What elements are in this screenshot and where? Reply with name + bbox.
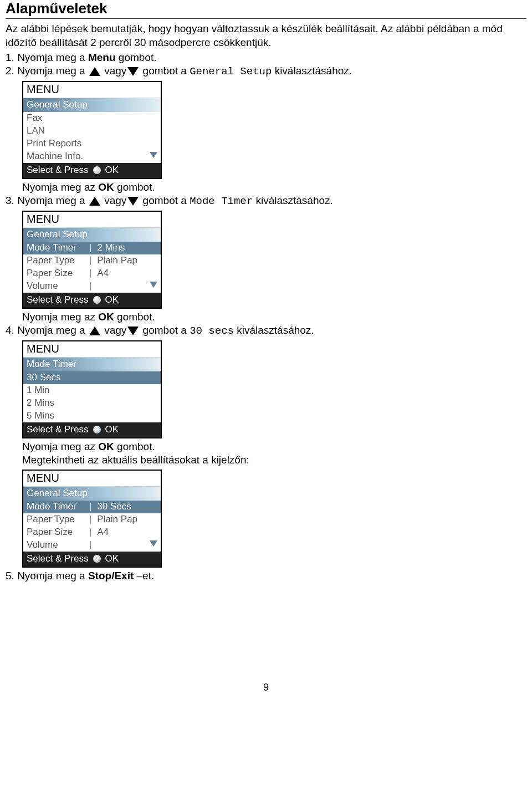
step-text: Nyomja meg a bbox=[17, 195, 88, 206]
lcd-item: 1 Min bbox=[27, 385, 89, 396]
press-ok: Nyomja meg az OK gombot. bbox=[22, 441, 526, 453]
step-text: kiválasztásához. bbox=[253, 195, 333, 206]
lcd-item: 2 Mins bbox=[27, 397, 89, 409]
lcd-value: 2 Mins bbox=[93, 242, 157, 253]
lcd-screen-4: MENU General Setup Mode Timer|30 Secs Pa… bbox=[22, 470, 162, 568]
code-text: 30 secs bbox=[190, 325, 234, 337]
lcd-screen-1: MENU General Setup Fax LAN Print Reports… bbox=[22, 81, 162, 179]
lcd-item: Mode Timer bbox=[27, 501, 89, 512]
lcd-row-selected: Mode Timer|2 Mins bbox=[23, 242, 161, 254]
lcd-item: Mode Timer bbox=[27, 242, 89, 253]
down-arrow-icon bbox=[127, 197, 139, 206]
lcd-foot-select: Select & Press bbox=[27, 553, 89, 564]
lcd-value: Plain Pap bbox=[93, 255, 157, 266]
step-text: gombot a bbox=[140, 324, 190, 336]
lcd-header: General Setup bbox=[23, 487, 161, 501]
lcd-value: A4 bbox=[93, 268, 157, 279]
divider-icon: | bbox=[89, 539, 93, 550]
lcd-item: Print Reports bbox=[27, 138, 89, 149]
lcd-item: Volume bbox=[27, 280, 89, 292]
lcd-row: 2 Mins bbox=[23, 397, 161, 410]
press-ok-text: gombot. bbox=[114, 441, 155, 452]
lcd-foot-ok: OK bbox=[105, 553, 119, 564]
stop-exit-word: Stop/Exit bbox=[88, 570, 134, 581]
step-text: vagy bbox=[101, 324, 126, 336]
scroll-down-icon bbox=[150, 540, 157, 547]
lcd-item: LAN bbox=[27, 125, 89, 136]
view-settings-text: Megtekintheti az aktuális beállításokat … bbox=[22, 454, 526, 466]
lcd-foot-select: Select & Press bbox=[27, 165, 89, 176]
step-text: vagy bbox=[101, 195, 126, 206]
step-2: 2. Nyomja meg a vagy gombot a General Se… bbox=[6, 65, 526, 193]
lcd-item: Paper Type bbox=[27, 255, 89, 266]
lcd-row: 1 Min bbox=[23, 384, 161, 397]
step-text: kiválasztásához. bbox=[234, 324, 314, 336]
intro-text: Az alábbi lépések bemutatják, hogy hogya… bbox=[6, 22, 526, 49]
press-ok-text: Nyomja meg az bbox=[22, 181, 98, 193]
ok-button-icon bbox=[93, 555, 101, 563]
step-4: 4. Nyomja meg a vagy gombot a 30 secs ki… bbox=[6, 324, 526, 568]
steps: 1. Nyomja meg a Menu gombot. 2. Nyomja m… bbox=[6, 52, 526, 582]
step-num: 2. bbox=[6, 65, 14, 77]
ok-button-icon bbox=[93, 296, 101, 304]
lcd-title: MENU bbox=[23, 341, 161, 358]
lcd-item: Fax bbox=[27, 113, 89, 124]
step-text: gombot a bbox=[140, 195, 190, 206]
lcd-foot-select: Select & Press bbox=[27, 294, 89, 305]
lcd-value: A4 bbox=[93, 527, 157, 538]
lcd-value: 30 Secs bbox=[93, 501, 157, 512]
step-num: 4. bbox=[6, 324, 14, 336]
lcd-row: Volume| bbox=[23, 280, 161, 293]
lcd-row: 5 Mins bbox=[23, 410, 161, 422]
lcd-row: Paper Type|Plain Pap bbox=[23, 254, 161, 267]
lcd-title: MENU bbox=[23, 471, 161, 487]
ok-button-icon bbox=[93, 166, 101, 174]
lcd-item: Machine Info. bbox=[27, 151, 89, 162]
up-arrow-icon bbox=[89, 197, 100, 206]
menu-word: Menu bbox=[88, 52, 116, 63]
up-arrow-icon bbox=[89, 327, 100, 335]
lcd-item: 30 Secs bbox=[27, 372, 89, 383]
lcd-item: Paper Size bbox=[27, 268, 89, 279]
lcd-title: MENU bbox=[23, 82, 161, 98]
lcd-row: Fax bbox=[23, 112, 161, 125]
lcd-footer: Select & Press OK bbox=[23, 293, 161, 308]
step-1: 1. Nyomja meg a Menu gombot. bbox=[6, 52, 526, 64]
press-ok: Nyomja meg az OK gombot. bbox=[22, 181, 526, 193]
step-3: 3. Nyomja meg a vagy gombot a Mode Timer… bbox=[6, 195, 526, 323]
lcd-header: General Setup bbox=[23, 228, 161, 242]
step-text: Nyomja meg a bbox=[17, 65, 88, 76]
code-text: General Setup bbox=[190, 65, 272, 78]
ok-word: OK bbox=[98, 441, 114, 452]
lcd-item: Paper Type bbox=[27, 514, 89, 525]
step-text: Nyomja meg a bbox=[17, 324, 88, 336]
ok-button-icon bbox=[93, 426, 101, 433]
lcd-row: Paper Type|Plain Pap bbox=[23, 513, 161, 526]
lcd-foot-select: Select & Press bbox=[27, 424, 89, 435]
step-text: –et. bbox=[134, 570, 154, 581]
lcd-row: Paper Size|A4 bbox=[23, 267, 161, 280]
press-ok-text: Nyomja meg az bbox=[22, 311, 98, 323]
ok-word: OK bbox=[98, 181, 114, 193]
step-num: 1. bbox=[6, 52, 14, 64]
lcd-selected-header: General Setup bbox=[23, 98, 161, 112]
lcd-row: LAN bbox=[23, 125, 161, 137]
lcd-foot-ok: OK bbox=[105, 165, 119, 176]
step-num: 5. bbox=[6, 570, 14, 582]
lcd-item: Paper Size bbox=[27, 527, 89, 538]
lcd-footer: Select & Press OK bbox=[23, 163, 161, 178]
page-number: 9 bbox=[6, 682, 526, 693]
scroll-up-icon bbox=[150, 373, 157, 379]
lcd-row: Paper Size|A4 bbox=[23, 526, 161, 539]
lcd-footer: Select & Press OK bbox=[23, 552, 161, 567]
lcd-row-selected: Mode Timer|30 Secs bbox=[23, 501, 161, 513]
step-text: gombot a bbox=[140, 65, 190, 76]
divider-icon: | bbox=[89, 280, 93, 292]
lcd-item: 5 Mins bbox=[27, 410, 89, 421]
step-5: 5. Nyomja meg a Stop/Exit –et. bbox=[6, 570, 526, 582]
lcd-row: Print Reports bbox=[23, 137, 161, 150]
step-text: gombot. bbox=[116, 52, 157, 63]
press-ok: Nyomja meg az OK gombot. bbox=[22, 311, 526, 323]
press-ok-text: gombot. bbox=[114, 311, 155, 323]
code-text: Mode Timer bbox=[190, 195, 253, 207]
